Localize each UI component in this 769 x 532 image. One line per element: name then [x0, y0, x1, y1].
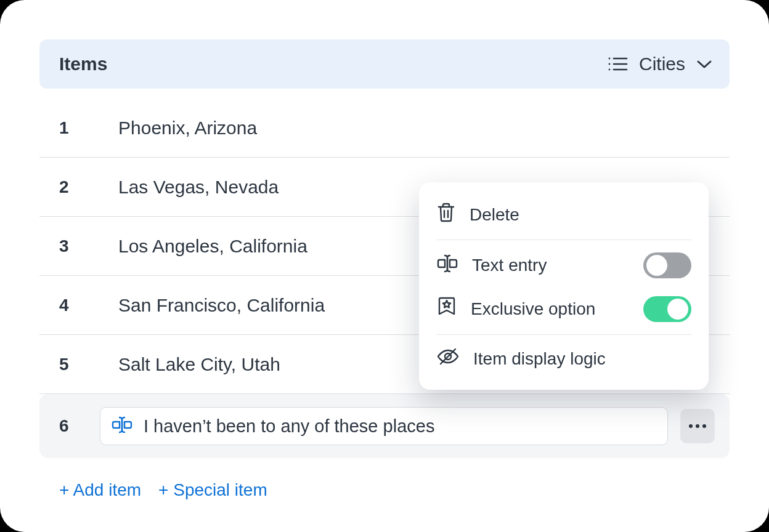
exclusive-option-label: Exclusive option — [471, 299, 630, 319]
more-icon — [689, 424, 706, 428]
item-number: 4 — [59, 296, 118, 315]
exclusive-option: Exclusive option — [419, 287, 709, 331]
text-entry-option: Text entry — [419, 244, 709, 287]
item-number: 6 — [59, 416, 100, 436]
text-entry-label: Text entry — [472, 256, 630, 275]
item-text-value: I haven’t been to any of these places — [144, 416, 434, 437]
items-header: Items Cities — [39, 39, 730, 89]
item-number: 5 — [59, 355, 118, 374]
popover-divider — [436, 334, 691, 335]
delete-item-button[interactable]: Delete — [419, 193, 709, 236]
trash-icon — [436, 202, 456, 227]
item-label: San Francisco, California — [118, 295, 325, 316]
exclusive-badge-icon — [436, 296, 457, 322]
item-display-logic-button[interactable]: Item display logic — [419, 339, 709, 379]
chevron-down-icon — [696, 59, 712, 69]
svg-point-4 — [609, 69, 611, 71]
item-text-input[interactable]: I haven’t been to any of these places — [100, 407, 668, 445]
import-selector-label: Cities — [639, 54, 685, 75]
exclusive-option-toggle[interactable] — [643, 296, 691, 322]
delete-label: Delete — [470, 205, 691, 225]
items-panel: Items Cities 1 P — [0, 0, 769, 532]
text-cursor-icon — [436, 254, 458, 278]
svg-point-2 — [609, 63, 611, 65]
import-selector[interactable]: Cities — [607, 54, 712, 75]
eye-off-icon — [436, 347, 460, 370]
list-footer: + Add item + Special item — [39, 480, 730, 500]
text-entry-toggle[interactable] — [643, 252, 691, 278]
list-icon — [607, 56, 628, 72]
item-display-logic-label: Item display logic — [473, 349, 691, 369]
item-label: Los Angeles, California — [118, 236, 307, 257]
item-label: Phoenix, Arizona — [118, 118, 257, 139]
item-label: Salt Lake City, Utah — [118, 354, 280, 375]
header-title: Items — [59, 54, 107, 75]
list-item-editing: 6 I haven’t been to any of these places — [39, 394, 730, 458]
item-number: 1 — [59, 118, 118, 138]
item-options-popover: Delete Text entry Exclu — [419, 182, 709, 390]
item-number: 2 — [59, 177, 118, 197]
add-special-item-button[interactable]: + Special item — [158, 480, 267, 500]
svg-point-0 — [609, 58, 611, 60]
item-more-button[interactable] — [680, 409, 715, 443]
add-item-button[interactable]: + Add item — [59, 480, 141, 500]
item-label: Las Vegas, Nevada — [118, 177, 279, 198]
item-number: 3 — [59, 236, 118, 256]
text-cursor-icon — [112, 416, 132, 437]
list-item[interactable]: 1 Phoenix, Arizona — [39, 99, 730, 158]
popover-divider — [436, 240, 691, 240]
